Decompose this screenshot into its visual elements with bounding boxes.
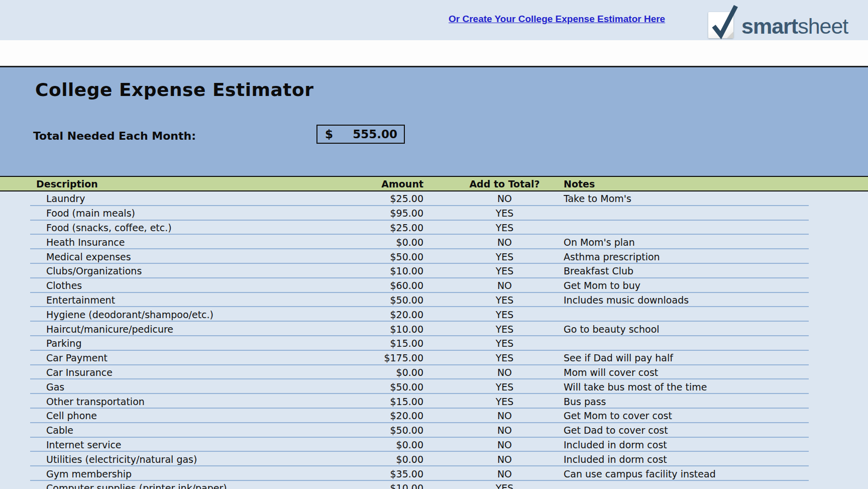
- cell-notes[interactable]: Asthma prescription: [564, 251, 868, 262]
- table-row: Car Payment$175.00YESSee if Dad will pay…: [0, 351, 868, 365]
- cell-amount[interactable]: $95.00: [311, 208, 423, 219]
- cell-amount[interactable]: $0.00: [311, 454, 423, 465]
- cell-notes[interactable]: Included in dorm cost: [564, 454, 868, 465]
- cell-notes[interactable]: Included in dorm cost: [564, 439, 868, 450]
- cell-description[interactable]: Gym membership: [0, 468, 311, 479]
- cell-amount[interactable]: $15.00: [311, 338, 423, 349]
- cell-add-to-total[interactable]: YES: [423, 265, 564, 276]
- cell-add-to-total[interactable]: YES: [423, 482, 564, 489]
- cell-add-to-total[interactable]: YES: [423, 208, 564, 219]
- cell-add-to-total[interactable]: NO: [423, 454, 564, 465]
- table-row: Internet service$0.00NOIncluded in dorm …: [0, 438, 868, 452]
- cell-notes[interactable]: Take to Mom's: [564, 193, 868, 204]
- cell-amount[interactable]: $15.00: [311, 396, 423, 407]
- column-header-amount: Amount: [311, 178, 423, 189]
- cell-amount[interactable]: $60.00: [311, 280, 423, 291]
- cell-description[interactable]: Cell phone: [0, 410, 311, 421]
- cell-add-to-total[interactable]: YES: [423, 324, 564, 335]
- checkmark-document-icon: [708, 12, 733, 38]
- cell-notes[interactable]: On Mom's plan: [564, 237, 868, 248]
- cell-add-to-total[interactable]: NO: [423, 193, 564, 204]
- cell-description[interactable]: Clothes: [0, 280, 311, 291]
- cell-description[interactable]: Heath Insurance: [0, 237, 311, 248]
- cell-add-to-total[interactable]: NO: [423, 468, 564, 479]
- cell-description[interactable]: Hygiene (deodorant/shampoo/etc.): [0, 309, 311, 320]
- white-strip: [0, 40, 868, 66]
- cell-notes[interactable]: Get Dad to cover cost: [564, 425, 868, 436]
- brand-wordmark: smartsheet: [741, 16, 848, 38]
- cell-description[interactable]: Haircut/manicure/pedicure: [0, 324, 311, 335]
- cell-add-to-total[interactable]: YES: [423, 396, 564, 407]
- cell-add-to-total[interactable]: NO: [423, 439, 564, 450]
- cell-description[interactable]: Entertainment: [0, 295, 311, 306]
- cell-description[interactable]: Gas: [0, 381, 311, 393]
- cell-description[interactable]: Internet service: [0, 439, 311, 450]
- cell-add-to-total[interactable]: NO: [423, 425, 564, 436]
- cell-add-to-total[interactable]: YES: [423, 309, 564, 320]
- cell-add-to-total[interactable]: YES: [423, 338, 564, 349]
- cell-amount[interactable]: $50.00: [311, 381, 423, 393]
- expense-table-body: Laundry$25.00NOTake to Mom'sFood (main m…: [0, 191, 868, 489]
- total-amount: 555.00: [353, 128, 404, 141]
- cell-description[interactable]: Food (main meals): [0, 208, 311, 219]
- cell-add-to-total[interactable]: YES: [423, 295, 564, 306]
- table-row: Clothes$60.00NOGet Mom to buy: [0, 278, 868, 293]
- create-estimator-link[interactable]: Or Create Your College Expense Estimator…: [449, 14, 665, 25]
- cell-notes[interactable]: Mom will cover cost: [564, 367, 868, 378]
- cell-add-to-total[interactable]: NO: [423, 280, 564, 291]
- cell-amount[interactable]: $175.00: [311, 352, 423, 363]
- cell-notes[interactable]: Includes music downloads: [564, 295, 868, 306]
- cell-amount[interactable]: $0.00: [311, 367, 423, 378]
- smartsheet-logo: smartsheet: [708, 5, 848, 38]
- table-row: Food (snacks, coffee, etc.)$25.00YES: [0, 221, 868, 235]
- cell-notes[interactable]: Get Mom to buy: [564, 280, 868, 291]
- cell-notes[interactable]: See if Dad will pay half: [564, 352, 868, 363]
- cell-description[interactable]: Clubs/Organizations: [0, 265, 311, 276]
- cell-add-to-total[interactable]: YES: [423, 352, 564, 363]
- cell-amount[interactable]: $25.00: [311, 193, 423, 204]
- page-fold-icon: [727, 32, 733, 38]
- cell-amount[interactable]: $50.00: [311, 425, 423, 436]
- cell-add-to-total[interactable]: NO: [423, 237, 564, 248]
- cell-amount[interactable]: $25.00: [311, 222, 423, 233]
- cell-add-to-total[interactable]: YES: [423, 222, 564, 233]
- cell-description[interactable]: Computer supplies (printer ink/paper): [0, 482, 311, 489]
- cell-description[interactable]: Parking: [0, 338, 311, 349]
- cell-amount[interactable]: $0.00: [311, 439, 423, 450]
- cell-amount[interactable]: $10.00: [311, 324, 423, 335]
- cell-description[interactable]: Car Insurance: [0, 367, 311, 378]
- cell-description[interactable]: Laundry: [0, 193, 311, 204]
- total-value-cell[interactable]: $ 555.00: [316, 125, 405, 144]
- cell-add-to-total[interactable]: YES: [423, 381, 564, 393]
- table-row: Food (main meals)$95.00YES: [0, 206, 868, 221]
- cell-description[interactable]: Car Payment: [0, 352, 311, 363]
- cell-amount[interactable]: $10.00: [311, 265, 423, 276]
- cell-notes[interactable]: Breakfast Club: [564, 265, 868, 276]
- cell-description[interactable]: Cable: [0, 425, 311, 436]
- cell-notes[interactable]: Can use campus facility instead: [564, 468, 868, 479]
- cell-description[interactable]: Food (snacks, coffee, etc.): [0, 222, 311, 233]
- table-row: Cell phone$20.00NOGet Mom to cover cost: [0, 409, 868, 423]
- cell-notes[interactable]: Get Mom to cover cost: [564, 410, 868, 421]
- cell-amount[interactable]: $0.00: [311, 237, 423, 248]
- cell-amount[interactable]: $10.00: [311, 482, 423, 489]
- cell-description[interactable]: Utilities (electricity/natural gas): [0, 454, 311, 465]
- cell-notes[interactable]: Bus pass: [564, 396, 868, 407]
- column-header-notes: Notes: [564, 178, 868, 189]
- total-needed-label: Total Needed Each Month:: [33, 130, 196, 142]
- cell-amount[interactable]: $20.00: [311, 309, 423, 320]
- cell-amount[interactable]: $20.00: [311, 410, 423, 421]
- cell-notes[interactable]: Go to beauty school: [564, 324, 868, 335]
- cell-amount[interactable]: $50.00: [311, 295, 423, 306]
- cell-amount[interactable]: $35.00: [311, 468, 423, 479]
- table-row: Clubs/Organizations$10.00YESBreakfast Cl…: [0, 264, 868, 278]
- cell-description[interactable]: Medical expenses: [0, 251, 311, 262]
- cell-amount[interactable]: $50.00: [311, 251, 423, 262]
- cell-add-to-total[interactable]: NO: [423, 410, 564, 421]
- cell-add-to-total[interactable]: NO: [423, 367, 564, 378]
- table-row: Medical expenses$50.00YESAsthma prescrip…: [0, 249, 868, 264]
- cell-notes[interactable]: Will take bus most of the time: [564, 381, 868, 393]
- cell-add-to-total[interactable]: YES: [423, 251, 564, 262]
- cell-description[interactable]: Other transportation: [0, 396, 311, 407]
- title-panel: College Expense Estimator Total Needed E…: [0, 67, 868, 176]
